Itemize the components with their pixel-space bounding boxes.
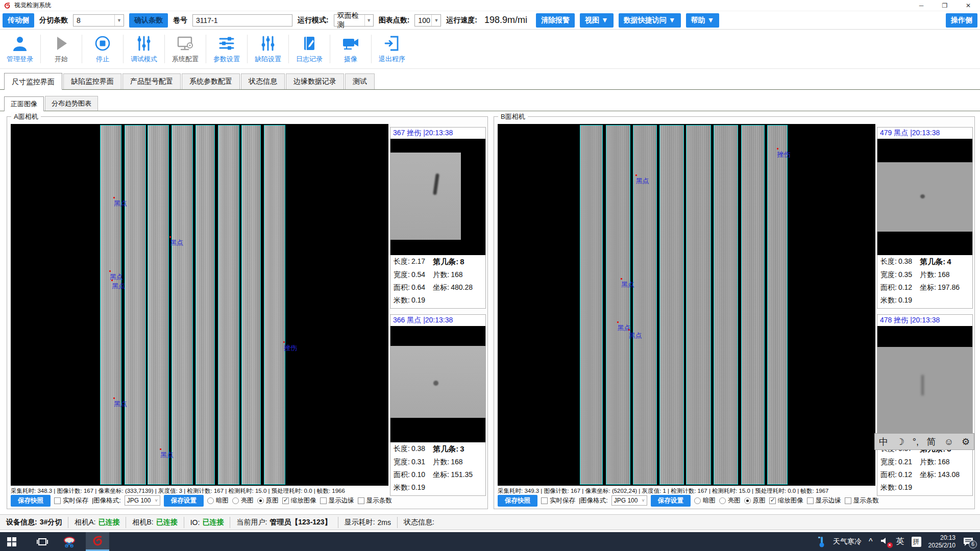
operator-side-button[interactable]: 操作侧: [946, 13, 977, 28]
vision-app-taskbar-button[interactable]: [86, 532, 109, 551]
weather-text[interactable]: 天气寒冷: [833, 537, 862, 546]
defect-thumbnail: [390, 139, 485, 255]
ime-pinyin-button[interactable]: 拼: [912, 537, 921, 547]
emoji-icon[interactable]: ☺: [944, 437, 953, 446]
notification-center-button[interactable]: 6: [963, 537, 975, 547]
run-mode-select[interactable]: 双面检测 ▼: [334, 14, 374, 27]
chart-points-select[interactable]: 100 ▼: [414, 14, 441, 27]
tab-status-info[interactable]: 状态信息: [241, 73, 285, 89]
defect-label: 黑点: [112, 282, 125, 291]
film-strip: [241, 125, 261, 485]
hidden-icons-chevron[interactable]: ^: [869, 537, 873, 546]
admin-login-button[interactable]: 管理登录: [2, 35, 38, 64]
defect-card[interactable]: 478 挫伤 |20:13:38 长度:0.57 第几条:3 宽度:0.21 片…: [877, 314, 973, 496]
checkbox-icon: [807, 497, 814, 504]
speed-value: 198.9m/mi: [482, 15, 531, 26]
divider: [247, 35, 248, 63]
show-edge-checkbox[interactable]: 显示边缘: [807, 496, 841, 505]
stop-button[interactable]: 停止: [85, 35, 120, 64]
show-strips-checkbox[interactable]: 显示条数: [358, 496, 392, 505]
save-snapshot-button[interactable]: 保存快照: [11, 495, 51, 507]
minimize-button[interactable]: ─: [910, 0, 933, 11]
drive-side-button[interactable]: 传动侧: [3, 13, 34, 28]
defect-label: 黑点: [160, 450, 174, 460]
notification-badge: 6: [969, 540, 977, 548]
windows-taskbar: 天气寒冷 ^ ✕ 英 拼 20:13 2025/2/10 6: [0, 532, 980, 551]
tab-trend-chart[interactable]: 分布趋势图表: [45, 96, 98, 111]
snipping-tool-button[interactable]: [58, 532, 82, 551]
ime-language-button[interactable]: 英: [896, 536, 904, 547]
defect-card[interactable]: 367 挫伤 |20:13:38 长度:2.17 第几条:8 宽度:0.54 片…: [390, 127, 486, 309]
taskbar-clock[interactable]: 20:13 2025/2/10: [928, 534, 955, 549]
roll-number-label: 卷号: [173, 16, 187, 25]
data-quick-access-button[interactable]: 数据快捷访问 ▼: [619, 13, 681, 28]
realtime-save-checkbox[interactable]: 实时保存: [54, 496, 88, 505]
realtime-save-checkbox[interactable]: 实时保存: [541, 496, 575, 505]
save-settings-button[interactable]: 保存设置: [651, 495, 691, 507]
dark-image-radio[interactable]: 暗图: [694, 496, 716, 505]
help-menu-button[interactable]: 帮助 ▼: [686, 13, 720, 28]
radio-icon: [719, 497, 726, 504]
system-config-button[interactable]: 系统配置: [167, 35, 203, 64]
tab-system-params[interactable]: 系统参数配置: [182, 73, 240, 89]
film-strip: [100, 125, 121, 485]
show-strips-checkbox[interactable]: 显示条数: [845, 496, 879, 505]
status-info: 状态信息:: [398, 517, 443, 528]
display-time: 显示耗时:2ms: [338, 517, 398, 528]
original-image-radio[interactable]: 原图: [744, 496, 766, 505]
tab-edge-data[interactable]: 边缘数据记录: [286, 73, 344, 89]
defect-card[interactable]: 366 黑点 |20:13:38 长度:0.38 第几条:3 宽度:0.31 片…: [390, 314, 486, 496]
roll-number-input[interactable]: 3117-1: [192, 14, 292, 27]
task-view-button[interactable]: [31, 532, 54, 551]
ime-chinese-mode[interactable]: 中: [879, 437, 888, 446]
io-connection: IO:已连接: [184, 517, 231, 528]
moon-icon[interactable]: ☽: [896, 437, 904, 446]
view-menu-button[interactable]: 视图 ▼: [580, 13, 614, 28]
bright-image-radio[interactable]: 亮图: [719, 496, 741, 505]
zoom-image-checkbox[interactable]: 缩放图像: [282, 496, 316, 505]
close-button[interactable]: ✕: [957, 0, 980, 11]
start-button[interactable]: 开始: [43, 35, 79, 64]
image-format-select[interactable]: JPG 100˅: [611, 495, 647, 506]
film-strip: [741, 125, 765, 485]
image-format-select[interactable]: JPG 100˅: [125, 495, 160, 506]
save-snapshot-button[interactable]: 保存快照: [498, 495, 537, 507]
zoom-image-checkbox[interactable]: 缩放图像: [769, 496, 803, 505]
camera-button[interactable]: 摄像: [333, 35, 369, 64]
save-settings-button[interactable]: 保存设置: [164, 495, 204, 507]
param-settings-button[interactable]: 参数设置: [209, 35, 244, 64]
defect-label: 黑点: [170, 238, 183, 247]
camera-a-status-line: 采集耗时: 348.3 | 图像计数: 167 | 像素坐标: (333,713…: [11, 486, 388, 494]
simplified-mode[interactable]: 简: [927, 437, 936, 446]
tab-test[interactable]: 测试: [345, 73, 375, 89]
debug-mode-button[interactable]: 调试模式: [126, 35, 162, 64]
chevron-down-icon: ▼: [114, 15, 124, 26]
chevron-down-icon: ▼: [431, 15, 440, 26]
clear-alarm-button[interactable]: 清除报警: [536, 13, 575, 28]
exit-program-button[interactable]: 退出程序: [374, 35, 410, 64]
defect-thumbnail: [390, 326, 485, 442]
volume-muted-button[interactable]: ✕: [880, 537, 889, 546]
task-view-icon: [38, 538, 46, 545]
bright-image-radio[interactable]: 亮图: [232, 496, 254, 505]
punctuation-icon[interactable]: °,: [913, 437, 919, 446]
divider: [330, 35, 330, 63]
device-info: 设备信息:3#分切: [0, 517, 68, 528]
dark-image-radio[interactable]: 暗图: [207, 496, 229, 505]
tab-product-model[interactable]: 产品型号配置: [122, 73, 181, 89]
tab-size-monitor[interactable]: 尺寸监控界面: [4, 73, 62, 90]
tab-defect-monitor[interactable]: 缺陷监控界面: [63, 73, 121, 89]
divider: [206, 35, 206, 63]
ime-toolbar[interactable]: 中 ☽ °, 简 ☺ ⚙: [874, 433, 974, 450]
start-button[interactable]: [0, 532, 23, 551]
defect-card[interactable]: 479 黑点 |20:13:38 长度:0.38 第几条:4 宽度:0.35 片…: [877, 127, 973, 309]
show-edge-checkbox[interactable]: 显示边缘: [320, 496, 354, 505]
tab-front-image[interactable]: 正面图像: [4, 96, 44, 111]
maximize-button[interactable]: ❐: [933, 0, 957, 11]
log-record-button[interactable]: 日志记录: [291, 35, 327, 64]
original-image-radio[interactable]: 原图: [257, 496, 279, 505]
gear-icon[interactable]: ⚙: [962, 437, 970, 446]
slit-count-select[interactable]: 8 ▼: [73, 14, 124, 27]
defect-settings-button[interactable]: 缺陷设置: [250, 35, 286, 64]
confirm-count-button[interactable]: 确认条数: [129, 13, 168, 28]
